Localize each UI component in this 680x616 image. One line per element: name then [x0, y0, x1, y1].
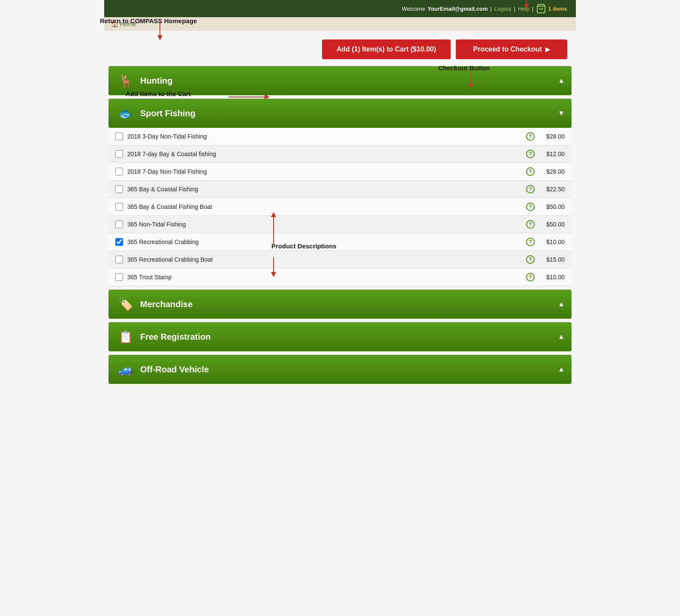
hunting-arrow: ▲ — [558, 77, 565, 85]
product-price-p6: $50.00 — [539, 221, 565, 228]
product-checkbox-p4[interactable] — [115, 185, 123, 193]
product-row: 2018 3-Day Non-Tidal Fishing?$28.00 — [108, 128, 572, 145]
sport-fishing-title: Sport Fishing — [140, 109, 196, 118]
product-price-p1: $28.00 — [539, 133, 565, 140]
home-label: Home — [120, 21, 136, 27]
merchandise-title: Merchandise — [140, 299, 193, 309]
product-checkbox-p5[interactable] — [115, 203, 123, 211]
product-name-p5: 365 Bay & Coastal Fishing Boat — [127, 203, 519, 210]
cart-icon — [536, 3, 546, 14]
sport-fishing-icon: 🐟 — [115, 103, 136, 124]
off-road-vehicle-header[interactable]: 🚙 Off-Road Vehicle ▲ — [108, 355, 572, 384]
product-name-p2: 2018 7-day Bay & Coastal fishing — [127, 151, 519, 157]
product-checkbox-p8[interactable] — [115, 256, 123, 263]
merchandise-icon: 🏷️ — [115, 294, 136, 314]
product-name-p3: 2018 7-Day Non-Tidal Fishing — [127, 168, 519, 175]
home-icon: 🏠 — [111, 21, 118, 27]
product-price-p8: $15.00 — [539, 256, 565, 263]
product-checkbox-p7[interactable] — [115, 238, 123, 246]
product-row: 365 Recreational Crabbing?$10.00 — [108, 233, 572, 251]
product-help-p7[interactable]: ? — [526, 238, 535, 246]
product-checkbox-p9[interactable] — [115, 273, 123, 281]
product-price-p4: $22.50 — [539, 186, 565, 193]
product-help-p1[interactable]: ? — [526, 132, 535, 141]
logout-link[interactable]: Logout — [494, 6, 512, 12]
product-row: 365 Bay & Coastal Fishing Boat?$50.00 — [108, 198, 572, 216]
product-checkbox-p1[interactable] — [115, 133, 123, 140]
help-link[interactable]: Help — [518, 6, 530, 12]
free-registration-arrow: ▲ — [558, 333, 565, 341]
free-registration-title: Free Registration — [140, 332, 211, 342]
product-row: 2018 7-day Bay & Coastal fishing?$12.00 — [108, 145, 572, 163]
product-price-p2: $12.00 — [539, 151, 565, 157]
product-price-p7: $10.00 — [539, 239, 565, 245]
product-help-p5[interactable]: ? — [526, 202, 535, 211]
product-help-p4[interactable]: ? — [526, 185, 535, 193]
product-checkbox-p3[interactable] — [115, 168, 123, 175]
hunting-header[interactable]: 🦌 Hunting ▲ — [108, 66, 572, 95]
sport-fishing-header[interactable]: 🐟 Sport Fishing ▼ — [108, 99, 572, 128]
sport-fishing-section: 🐟 Sport Fishing ▼ 2018 3-Day Non-Tidal F… — [104, 99, 576, 286]
product-help-p2[interactable]: ? — [526, 150, 535, 158]
hunting-title: Hunting — [140, 76, 173, 86]
free-registration-icon: 📋 — [115, 326, 136, 347]
merchandise-header[interactable]: 🏷️ Merchandise ▲ — [108, 290, 572, 319]
top-bar: Welcome YourEmail@gmail.com | Logout | H… — [104, 0, 576, 17]
sport-fishing-products: 2018 3-Day Non-Tidal Fishing?$28.002018 … — [108, 128, 572, 286]
product-checkbox-p6[interactable] — [115, 220, 123, 228]
product-checkbox-p2[interactable] — [115, 150, 123, 158]
merchandise-arrow: ▲ — [558, 300, 565, 308]
product-name-p9: 365 Trout Stamp — [127, 274, 519, 281]
hunting-section: 🦌 Hunting ▲ — [104, 66, 576, 95]
product-price-p9: $10.00 — [539, 274, 565, 281]
product-help-p3[interactable]: ? — [526, 167, 535, 176]
checkout-button[interactable]: Proceed to Checkout — [456, 39, 567, 59]
user-email: YourEmail@gmail.com — [427, 6, 487, 12]
welcome-text: Welcome — [402, 6, 425, 12]
product-row: 365 Non-Tidal Fishing?$50.00 — [108, 216, 572, 233]
product-row: 365 Recreational Crabbing Boat?$15.00 — [108, 251, 572, 269]
sport-fishing-arrow: ▼ — [558, 109, 565, 117]
product-help-p6[interactable]: ? — [526, 220, 535, 229]
hunting-icon: 🦌 — [115, 70, 136, 91]
merchandise-section: 🏷️ Merchandise ▲ — [104, 290, 576, 319]
add-to-cart-button[interactable]: Add (1) Item(s) to Cart ($10.00) — [322, 39, 451, 59]
product-help-p8[interactable]: ? — [526, 255, 535, 264]
off-road-vehicle-arrow: ▲ — [558, 365, 565, 373]
product-name-p6: 365 Non-Tidal Fishing — [127, 221, 519, 228]
free-registration-section: 📋 Free Registration ▲ — [104, 322, 576, 351]
product-help-p9[interactable]: ? — [526, 273, 535, 281]
product-row: 365 Trout Stamp?$10.00 — [108, 269, 572, 286]
product-name-p1: 2018 3-Day Non-Tidal Fishing — [127, 133, 519, 140]
home-link[interactable]: 🏠 Home — [111, 21, 136, 27]
free-registration-header[interactable]: 📋 Free Registration ▲ — [108, 322, 572, 351]
off-road-vehicle-title: Off-Road Vehicle — [140, 365, 209, 374]
product-price-p5: $50.00 — [539, 203, 565, 210]
product-name-p4: 365 Bay & Coastal Fishing — [127, 186, 519, 193]
off-road-vehicle-section: 🚙 Off-Road Vehicle ▲ — [104, 355, 576, 384]
off-road-vehicle-icon: 🚙 — [115, 359, 136, 380]
sub-nav: 🏠 Home — [104, 17, 576, 31]
product-name-p7: 365 Recreational Crabbing — [127, 239, 519, 245]
product-name-p8: 365 Recreational Crabbing Boat — [127, 256, 519, 263]
product-row: 365 Bay & Coastal Fishing?$22.50 — [108, 181, 572, 198]
product-price-p3: $28.00 — [539, 168, 565, 175]
action-area: Add (1) Item(s) to Cart ($10.00) Proceed… — [104, 31, 576, 66]
product-row: 2018 7-Day Non-Tidal Fishing?$28.00 — [108, 163, 572, 181]
cart-widget[interactable]: 1 items — [536, 3, 567, 14]
cart-count: 1 items — [548, 6, 567, 12]
categories-container: 🦌 Hunting ▲ 🐟 Sport Fishing ▼ 20 — [104, 66, 576, 384]
